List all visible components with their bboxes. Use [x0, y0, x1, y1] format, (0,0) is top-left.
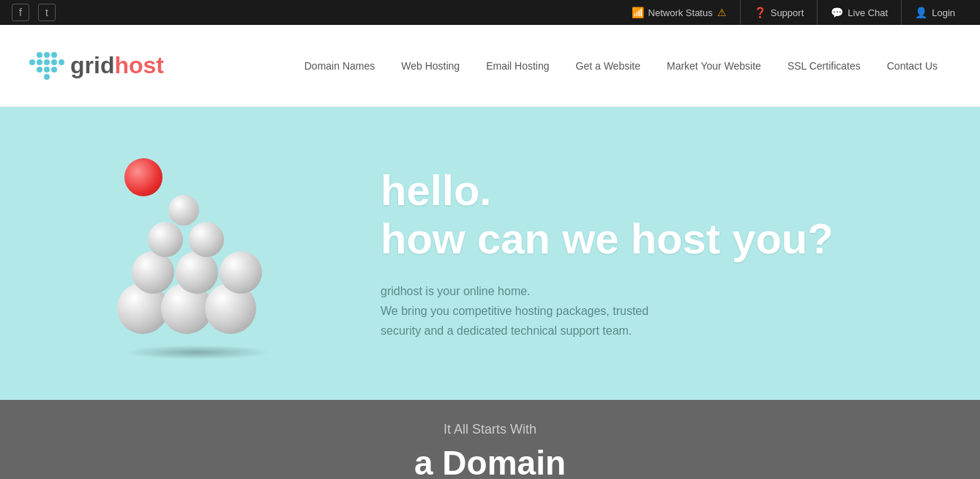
logo-grid-word: grid: [70, 52, 114, 78]
warning-icon: ⚠: [717, 7, 727, 18]
logo-host-word: host: [114, 52, 164, 78]
sphere-m3: [220, 251, 262, 294]
hero-title-line1: hello.: [381, 166, 491, 214]
bottom-subtitle: It All Starts With: [444, 422, 536, 437]
live-chat-item[interactable]: 💬 Live Chat: [818, 0, 902, 25]
hero-subtitle-line2: We bring you competitive hosting package…: [381, 305, 648, 317]
hero-content: hello. how can we host you? gridhost is …: [337, 166, 921, 341]
nav-web-hosting[interactable]: Web Hosting: [388, 60, 473, 72]
logo[interactable]: gridhost: [29, 52, 164, 80]
user-icon: 👤: [915, 7, 927, 18]
sphere-t2: [189, 222, 224, 257]
logo-text: gridhost: [70, 52, 164, 79]
hero-illustration: [59, 136, 337, 371]
support-label: Support: [771, 7, 804, 18]
sphere-m2: [176, 251, 218, 294]
hero-section: hello. how can we host you? gridhost is …: [0, 107, 980, 400]
top-bar: f t 📶 Network Status ⚠ ❓ Support 💬 Live …: [0, 0, 980, 25]
nav-contact[interactable]: Contact Us: [874, 60, 951, 72]
bottom-title: a Domain: [414, 443, 566, 479]
login-label: Login: [932, 7, 955, 18]
social-links: f t: [12, 4, 56, 21]
login-item[interactable]: 👤 Login: [902, 0, 968, 25]
top-bar-right: 📶 Network Status ⚠ ❓ Support 💬 Live Chat…: [618, 0, 968, 25]
nav-email-hosting[interactable]: Email Hosting: [473, 60, 562, 72]
twitter-icon[interactable]: t: [38, 4, 56, 21]
sphere-m1: [132, 251, 174, 294]
bottom-section: It All Starts With a Domain: [0, 400, 980, 479]
sphere-top: [168, 195, 199, 226]
facebook-icon[interactable]: f: [12, 4, 29, 21]
hero-subtitle-line1: gridhost is your online home.: [381, 285, 531, 297]
support-item[interactable]: ❓ Support: [741, 0, 818, 25]
nav-get-website[interactable]: Get a Website: [563, 60, 654, 72]
main-nav: gridhost Domain Names Web Hosting Email …: [0, 25, 980, 107]
logo-grid-dots: [29, 52, 64, 80]
hero-title-line2: how can we host you?: [381, 215, 834, 262]
network-status-item[interactable]: 📶 Network Status ⚠: [618, 0, 741, 25]
network-icon: 📶: [632, 7, 644, 18]
nav-market-website[interactable]: Market Your Website: [654, 60, 774, 72]
hero-subtitle: gridhost is your online home. We bring y…: [381, 281, 761, 341]
nav-domain-names[interactable]: Domain Names: [291, 60, 388, 72]
sphere-shadow: [124, 345, 271, 360]
sphere-t1: [148, 222, 183, 257]
nav-ssl[interactable]: SSL Certificates: [774, 60, 874, 72]
support-icon: ❓: [754, 7, 766, 18]
hero-subtitle-line3: security and a dedicated technical suppo…: [381, 324, 632, 337]
hero-title: hello. how can we host you?: [381, 166, 921, 264]
live-chat-label: Live Chat: [848, 7, 888, 18]
chat-icon: 💬: [831, 7, 843, 18]
network-status-label: Network Status: [648, 7, 713, 18]
nav-links: Domain Names Web Hosting Email Hosting G…: [291, 60, 951, 72]
